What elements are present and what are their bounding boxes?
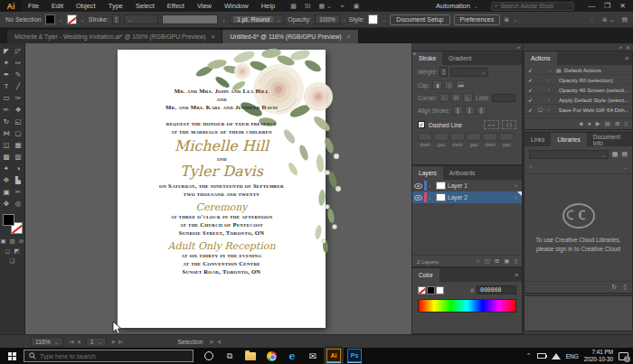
libraries-footer-icon[interactable]: ↻ [611,284,617,291]
align-stroke-button[interactable]: ┃ [465,106,475,115]
actions-footer-icon[interactable]: ▯ [624,120,628,127]
layer-target-icon[interactable]: ○ [514,183,517,189]
network-icon[interactable] [552,353,561,359]
chevron-down-icon[interactable]: ⌄ [623,163,628,170]
tool-button[interactable]: ◱ [13,116,24,127]
chevron-down-icon[interactable]: ⌄ [59,16,63,23]
action-check-icon[interactable]: ✓ [528,77,535,83]
workspace-switcher[interactable]: Automation ⌄ [436,2,478,10]
tool-button[interactable]: ◸ [13,45,24,57]
action-check-icon[interactable]: ✓ [528,87,535,93]
tool-button[interactable]: ▣ [1,186,13,198]
layers-footer-icon[interactable]: ⌕ [477,257,480,265]
screen-mode-button[interactable]: ❏ [9,257,16,265]
weight-dropdown[interactable]: ⌄ [450,68,488,77]
document-tab[interactable]: Untitled-6* @ 116% (RGB/GPU Preview) × [222,30,358,43]
visibility-eye-icon[interactable] [414,183,422,189]
tool-button[interactable]: ▭ [1,92,13,104]
taskbar-search-input[interactable] [40,353,188,359]
panel-tab[interactable]: Gradient [442,51,477,65]
chevron-down-icon[interactable]: ⌄ [513,16,517,23]
dash-value-field[interactable] [467,133,481,141]
layers-footer-icon[interactable]: ⊞ [495,257,499,265]
tool-button[interactable]: ◑ [13,163,24,174]
panel-tab[interactable]: Artboards [443,166,482,180]
adobe-stock-search[interactable]: ⌕ [491,2,574,11]
panel-tab[interactable]: Layers [412,166,443,180]
panel-menu-icon[interactable]: ≡ [515,272,518,278]
toolbar-icon[interactable]: ▦ ⌄ [318,3,331,10]
expand-action-icon[interactable]: › [548,87,553,92]
action-row[interactable]: ✓ ▢ › Save For Web GIF 64 Dith... [524,105,632,115]
last-artboard-icon[interactable]: ▶| [118,339,124,344]
menu-item[interactable]: Effect [161,0,191,12]
collapse-panels-icon[interactable]: « [517,44,520,50]
corner-button[interactable]: ∟ [439,93,449,102]
artboard-navigation-dropdown[interactable]: 1 ⌄ [86,337,107,347]
actions-footer-icon[interactable]: ■ [580,120,583,127]
task-view-icon[interactable]: ⧉ [222,349,237,363]
action-check-icon[interactable]: ✓ [528,97,535,103]
menu-item[interactable]: Help [255,0,281,12]
align-menu-icon[interactable]: ≣ [504,16,509,23]
color-spectrum-bar[interactable] [418,299,516,313]
color-mode-button[interactable]: ▣ [0,238,7,245]
tool-button[interactable]: ▩ [1,151,13,163]
layers-footer-icon[interactable]: ◫ [485,257,490,265]
brush-definition-preview[interactable] [162,14,218,24]
tool-button[interactable]: ↻ [1,116,13,127]
action-row[interactable]: ✓ › Opacity 60 (selection) [524,75,632,85]
panel-tab[interactable]: Document Info [587,133,632,146]
tool-button[interactable]: ✏ [1,104,13,116]
toolbar-icon[interactable]: ▣ [354,3,360,10]
menu-item[interactable]: Object [70,0,102,12]
actions-footer-icon[interactable]: ● [588,120,591,127]
tool-button[interactable]: ✑ [13,92,24,104]
preserve-dash-icon[interactable]: ⌐¬ [484,120,499,129]
artboard[interactable]: Mr. and Mrs. John and Lea HillandMr. and… [118,50,326,328]
clock[interactable]: 7:41 PM 2020-10-30 [584,349,613,363]
battery-icon[interactable] [537,353,546,359]
dash-value-field[interactable] [499,133,514,141]
draw-normal-button[interactable]: ◻ [5,247,12,255]
menu-item[interactable]: Select [129,0,161,12]
menu-item[interactable]: Edit [45,0,70,12]
chevron-down-icon[interactable]: ⌄ [222,16,226,23]
panel-tab[interactable]: Libraries [551,133,586,146]
tool-button[interactable]: ✦ [1,163,13,174]
none-mode-button[interactable]: ⊘ [18,238,25,245]
menu-item[interactable]: Type [102,0,129,12]
stock-search-input[interactable] [500,3,571,9]
close-tab-icon[interactable]: × [347,33,351,40]
expand-action-icon[interactable]: ⌄ [548,67,553,72]
edge-icon[interactable]: e [285,349,299,363]
start-button[interactable] [0,348,24,364]
panel-tab[interactable]: Stroke [412,51,442,65]
brush-dropdown[interactable]: 1 pt. Round⌄ [230,14,284,24]
layers-footer-icon[interactable]: ▣ [504,257,509,265]
action-row[interactable]: ✓ › Opacity 40 Screen (selecti... [524,85,632,95]
mail-icon[interactable]: ✉ [306,349,320,363]
gradient-mode-button[interactable]: ▥ [9,238,16,245]
chevron-down-icon[interactable]: ⌄ [382,16,386,23]
tool-button[interactable]: ◫ [1,139,13,151]
align-dash-icon[interactable]: { } [502,120,516,129]
cortana-icon[interactable] [202,349,216,363]
zoom-level-dropdown[interactable]: 116% ⌄ [31,337,63,347]
tool-button[interactable]: ✂ [13,186,24,198]
list-view-icon[interactable]: ▤ [621,151,628,158]
tool-button[interactable]: ∾ [13,57,24,69]
bar-right-icon[interactable]: ≣ ⌄ [602,16,615,23]
cap-button[interactable]: ▬ [456,80,466,89]
fill-swatch[interactable] [45,14,55,24]
chrome-icon[interactable] [264,349,279,363]
chevron-down-icon[interactable]: ⌄ [80,16,85,23]
next-artboard-icon[interactable]: ▶ [112,339,116,344]
chevron-right-icon[interactable]: › [344,17,345,23]
toolbar-icon[interactable]: St [305,3,311,10]
panel-tab[interactable]: Links [524,133,551,146]
tool-button[interactable]: ▦ [13,139,24,151]
dash-value-field[interactable] [450,133,465,141]
minimize-button[interactable]: — [585,1,599,12]
bar-right-icon[interactable]: ⁙ [590,16,595,23]
